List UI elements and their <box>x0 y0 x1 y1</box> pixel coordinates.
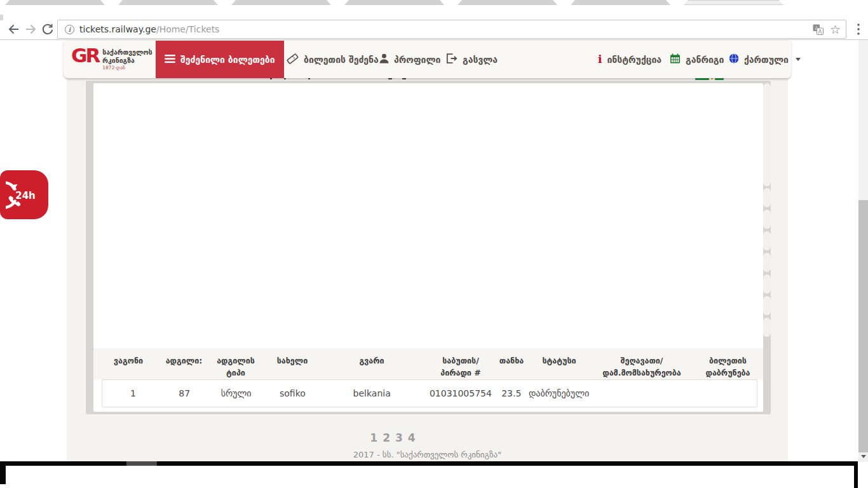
svg-text:24h: 24h <box>15 189 36 201</box>
back-arrow-icon <box>6 22 20 36</box>
hidden-row-edge <box>763 210 771 229</box>
url-path: /Home/Tickets <box>156 24 220 34</box>
tickets-panel: ვაგონიადგილი:ადგილისტიპისახელიგვარისაბუთ… <box>93 83 763 412</box>
chevron-down-icon <box>796 58 801 61</box>
browser-tab[interactable] <box>458 0 557 5</box>
column-header: თანხა <box>496 348 527 379</box>
forward-arrow-icon <box>24 22 38 36</box>
browser-tab[interactable] <box>231 0 331 5</box>
clipped-link-fragment <box>715 78 724 80</box>
forward-button[interactable] <box>23 21 39 37</box>
logo-subtitle: 1872-დან <box>102 65 152 71</box>
content-frame: ვაგონიადგილი:ადგილისტიპისახელიგვარისაბუთ… <box>86 81 771 414</box>
column-header: საბუთის/პირადი # <box>426 348 496 379</box>
scrollbar-track[interactable] <box>858 40 868 462</box>
browser-tab[interactable] <box>118 0 218 5</box>
browser-tab[interactable] <box>344 0 444 5</box>
webpage: GR საქართველოს რკინიგზა 1872-დან შეძენილ… <box>0 40 868 462</box>
phone-24h-icon: 24h <box>6 177 43 213</box>
column-header: გვარი <box>318 348 426 379</box>
globe-icon <box>729 53 739 65</box>
column-header: სახელი <box>267 348 318 379</box>
ticket-icon <box>287 53 299 66</box>
pagination: 1234 <box>356 431 430 444</box>
column-header: ბილეთისდაბრუნება <box>693 348 763 379</box>
url-text: tickets.railway.ge/Home/Tickets <box>79 24 219 34</box>
back-button[interactable] <box>5 21 22 37</box>
scrollbar-thumb[interactable] <box>858 200 868 452</box>
hidden-row-edge <box>763 83 771 186</box>
page-link[interactable]: 4 <box>408 431 416 444</box>
hotline-24h-badge[interactable]: 24h <box>0 170 48 219</box>
table-cell: belkania <box>318 388 426 398</box>
column-header: სტატუსი <box>527 348 591 379</box>
hidden-row-edge <box>763 274 771 294</box>
nav-item-label: გასვლა <box>463 55 498 65</box>
bottom-right-black-edge <box>854 461 858 488</box>
nav-item-label: პროფილი <box>394 55 440 65</box>
nav-item-language[interactable]: ქართული <box>720 41 810 78</box>
table-row[interactable]: 187სრულიsofikobelkania0103100575423.5დაბ… <box>102 379 757 407</box>
hidden-row-edge <box>763 188 771 207</box>
table-cell: 87 <box>164 388 205 398</box>
clipped-link-fragment <box>695 78 709 80</box>
nav-item-label: ქართული <box>744 55 789 65</box>
bookmark-star-icon[interactable]: ☆ <box>830 24 841 36</box>
nav-item-label: ინსტრუქცია <box>607 55 661 65</box>
page-link[interactable]: 1 <box>370 431 377 444</box>
nav-item-purchased-tickets[interactable]: შეძენილი ბილეთები <box>156 41 284 78</box>
browser-chrome: i tickets.railway.ge/Home/Tickets ა A ☆ <box>0 0 868 40</box>
browser-menu-button[interactable] <box>853 21 864 37</box>
svg-text:A: A <box>818 28 822 34</box>
url-host: tickets.railway.ge <box>79 24 156 34</box>
logo-title-line2: რკინიგზა <box>102 57 152 65</box>
table-cell: 01031005754 <box>426 388 496 398</box>
column-header: შეღავათი/დამ.მომსახურეობა <box>591 348 693 379</box>
window-edge <box>0 15 3 20</box>
footer-copyright: 2017 - სს. "საქართველოს რკინიგზა" <box>67 450 788 459</box>
railway-logo[interactable]: GR საქართველოს რკინიგზა 1872-დან <box>71 46 153 71</box>
table-cell: 1 <box>102 388 164 398</box>
browser-tab[interactable] <box>571 0 670 5</box>
bottom-left-black-edge <box>0 466 6 484</box>
signout-icon <box>446 53 458 65</box>
scrollbar-down-arrow[interactable] <box>861 455 866 458</box>
page-link[interactable]: 2 <box>383 431 390 444</box>
nav-item-instruction[interactable]: iინსტრუქცია <box>589 41 670 78</box>
user-icon <box>379 53 389 65</box>
info-icon: i <box>598 54 602 65</box>
table-cell: სრული <box>205 388 268 398</box>
page-info-icon[interactable]: i <box>65 25 74 34</box>
browser-tab-strip <box>0 0 868 5</box>
bottom-black-bar-segment <box>126 461 157 466</box>
nav-item-label: განრიგი <box>686 55 724 65</box>
table-cell: დაბრუნებული <box>527 388 591 398</box>
browser-tab[interactable] <box>684 0 783 5</box>
hidden-row-edge <box>763 231 771 250</box>
refresh-icon <box>41 23 54 36</box>
site-navbar: GR საქართველოს რკინიგზა 1872-დან შეძენილ… <box>64 41 791 78</box>
three-dots-icon <box>857 24 860 35</box>
column-header: ვაგონი <box>93 348 163 379</box>
calendar-icon <box>670 53 681 65</box>
logo-title-line1: საქართველოს <box>102 48 152 57</box>
refresh-button[interactable] <box>39 21 56 37</box>
hidden-row-edge <box>763 318 771 337</box>
menu-icon <box>165 55 175 65</box>
page-link[interactable]: 3 <box>395 431 403 444</box>
table-header-row: ვაგონიადგილი:ადგილისტიპისახელიგვარისაბუთ… <box>93 348 763 379</box>
column-header: ადგილისტიპი <box>205 348 267 379</box>
translate-icon[interactable]: ა A <box>813 24 824 35</box>
hidden-row-edge <box>763 253 771 272</box>
hidden-row-edge <box>763 296 771 315</box>
logo-gr-mark: GR <box>71 46 98 65</box>
column-header: ადგილი: <box>163 348 205 379</box>
nav-item-logout[interactable]: გასვლა <box>437 41 506 78</box>
nav-item-label: ბილეთის შეძენა <box>304 55 379 65</box>
nav-item-label: შეძენილი ბილეთები <box>180 55 275 65</box>
table-cell: 23.5 <box>496 388 527 398</box>
table-cell: sofiko <box>268 388 318 398</box>
address-bar[interactable]: i tickets.railway.ge/Home/Tickets ა A ☆ <box>57 20 846 39</box>
browser-tab[interactable] <box>5 0 105 5</box>
